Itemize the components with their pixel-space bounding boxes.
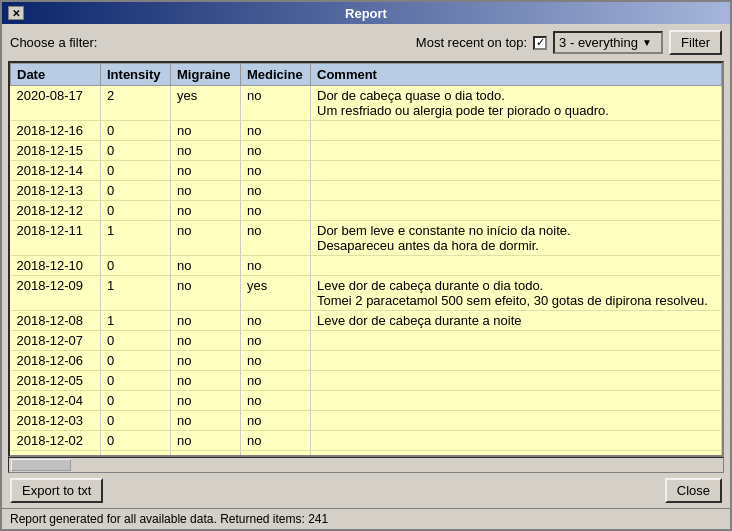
- filter-dropdown[interactable]: 3 - everything ▼: [553, 31, 663, 54]
- report-window: ✕ Report Choose a filter: Most recent on…: [0, 0, 732, 531]
- cell-date: 2018-12-03: [11, 411, 101, 431]
- table-row[interactable]: 2018-12-03 0 no no: [11, 411, 722, 431]
- cell-migraine: no: [171, 371, 241, 391]
- cell-intensity: 0: [101, 431, 171, 451]
- cell-comment: [311, 161, 722, 181]
- cell-medicine: yes: [241, 276, 311, 311]
- cell-medicine: no: [241, 161, 311, 181]
- table-row[interactable]: 2018-12-06 0 no no: [11, 351, 722, 371]
- cell-medicine: no: [241, 221, 311, 256]
- cell-migraine: no: [171, 221, 241, 256]
- toolbar-right: Most recent on top: ✓ 3 - everything ▼ F…: [416, 30, 722, 55]
- report-table: Date Intensity Migraine Medicine Comment…: [10, 63, 722, 455]
- cell-migraine: yes: [171, 86, 241, 121]
- cell-migraine: no: [171, 141, 241, 161]
- table-row[interactable]: 2020-08-17 2 yes no Dor de cabeça quase …: [11, 86, 722, 121]
- table-row[interactable]: 2018-12-01 0 no no: [11, 451, 722, 456]
- cell-migraine: no: [171, 451, 241, 456]
- status-text: Report generated for all available data.…: [10, 512, 328, 526]
- col-header-date: Date: [11, 64, 101, 86]
- comment-line: Dor de cabeça quase o dia todo.: [317, 88, 505, 103]
- cell-date: 2018-12-04: [11, 391, 101, 411]
- cell-intensity: 0: [101, 201, 171, 221]
- cell-comment: [311, 141, 722, 161]
- cell-intensity: 0: [101, 451, 171, 456]
- cell-medicine: no: [241, 411, 311, 431]
- table-row[interactable]: 2018-12-12 0 no no: [11, 201, 722, 221]
- window-close-button[interactable]: ✕: [8, 6, 24, 20]
- table-row[interactable]: 2018-12-16 0 no no: [11, 121, 722, 141]
- comment-line: Dor bem leve e constante no início da no…: [317, 223, 571, 238]
- cell-comment: Dor de cabeça quase o dia todo.Um resfri…: [311, 86, 722, 121]
- cell-comment: [311, 181, 722, 201]
- cell-date: 2018-12-15: [11, 141, 101, 161]
- table-row[interactable]: 2018-12-11 1 no no Dor bem leve e consta…: [11, 221, 722, 256]
- cell-date: 2018-12-08: [11, 311, 101, 331]
- table-row[interactable]: 2018-12-04 0 no no: [11, 391, 722, 411]
- cell-date: 2018-12-06: [11, 351, 101, 371]
- comment-line: Leve dor de cabeça durante o dia todo.: [317, 278, 543, 293]
- cell-intensity: 0: [101, 161, 171, 181]
- cell-medicine: no: [241, 351, 311, 371]
- table-row[interactable]: 2018-12-14 0 no no: [11, 161, 722, 181]
- cell-intensity: 0: [101, 141, 171, 161]
- cell-intensity: 0: [101, 256, 171, 276]
- cell-comment: Leve dor de cabeça durante a noite: [311, 311, 722, 331]
- comment-line: Leve dor de cabeça durante a noite: [317, 313, 522, 328]
- most-recent-checkbox[interactable]: ✓: [533, 36, 547, 50]
- table-row[interactable]: 2018-12-02 0 no no: [11, 431, 722, 451]
- cell-medicine: no: [241, 141, 311, 161]
- cell-migraine: no: [171, 391, 241, 411]
- table-scroll[interactable]: Date Intensity Migraine Medicine Comment…: [10, 63, 722, 455]
- table-row[interactable]: 2018-12-09 1 no yes Leve dor de cabeça d…: [11, 276, 722, 311]
- cell-intensity: 0: [101, 331, 171, 351]
- cell-migraine: no: [171, 181, 241, 201]
- col-header-intensity: Intensity: [101, 64, 171, 86]
- cell-comment: [311, 371, 722, 391]
- table-row[interactable]: 2018-12-05 0 no no: [11, 371, 722, 391]
- cell-comment: [311, 391, 722, 411]
- cell-intensity: 0: [101, 391, 171, 411]
- dropdown-value: 3 - everything: [559, 35, 638, 50]
- cell-comment: Leve dor de cabeça durante o dia todo.To…: [311, 276, 722, 311]
- cell-intensity: 1: [101, 221, 171, 256]
- cell-migraine: no: [171, 256, 241, 276]
- cell-intensity: 1: [101, 311, 171, 331]
- export-button[interactable]: Export to txt: [10, 478, 103, 503]
- cell-comment: [311, 411, 722, 431]
- cell-intensity: 0: [101, 121, 171, 141]
- table-row[interactable]: 2018-12-15 0 no no: [11, 141, 722, 161]
- filter-label: Choose a filter:: [10, 35, 97, 50]
- cell-date: 2018-12-07: [11, 331, 101, 351]
- cell-date: 2018-12-12: [11, 201, 101, 221]
- cell-migraine: no: [171, 161, 241, 181]
- cell-medicine: no: [241, 86, 311, 121]
- toolbar: Choose a filter: Most recent on top: ✓ 3…: [2, 24, 730, 61]
- cell-medicine: no: [241, 201, 311, 221]
- cell-medicine: no: [241, 181, 311, 201]
- cell-migraine: no: [171, 431, 241, 451]
- cell-date: 2018-12-16: [11, 121, 101, 141]
- table-row[interactable]: 2018-12-08 1 no no Leve dor de cabeça du…: [11, 311, 722, 331]
- cell-date: 2018-12-01: [11, 451, 101, 456]
- cell-intensity: 0: [101, 351, 171, 371]
- cell-date: 2018-12-10: [11, 256, 101, 276]
- table-container: Date Intensity Migraine Medicine Comment…: [8, 61, 724, 457]
- cell-medicine: no: [241, 371, 311, 391]
- table-row[interactable]: 2018-12-10 0 no no: [11, 256, 722, 276]
- horizontal-scrollbar[interactable]: [8, 457, 724, 473]
- hscroll-thumb[interactable]: [11, 459, 71, 471]
- table-row[interactable]: 2018-12-13 0 no no: [11, 181, 722, 201]
- cell-migraine: no: [171, 331, 241, 351]
- col-header-comment: Comment: [311, 64, 722, 86]
- close-button[interactable]: Close: [665, 478, 722, 503]
- cell-migraine: no: [171, 311, 241, 331]
- filter-button[interactable]: Filter: [669, 30, 722, 55]
- cell-date: 2018-12-02: [11, 431, 101, 451]
- cell-medicine: no: [241, 121, 311, 141]
- cell-comment: [311, 451, 722, 456]
- table-row[interactable]: 2018-12-07 0 no no: [11, 331, 722, 351]
- comment-line: Desapareceu antes da hora de dormir.: [317, 238, 539, 253]
- cell-comment: [311, 201, 722, 221]
- cell-intensity: 0: [101, 411, 171, 431]
